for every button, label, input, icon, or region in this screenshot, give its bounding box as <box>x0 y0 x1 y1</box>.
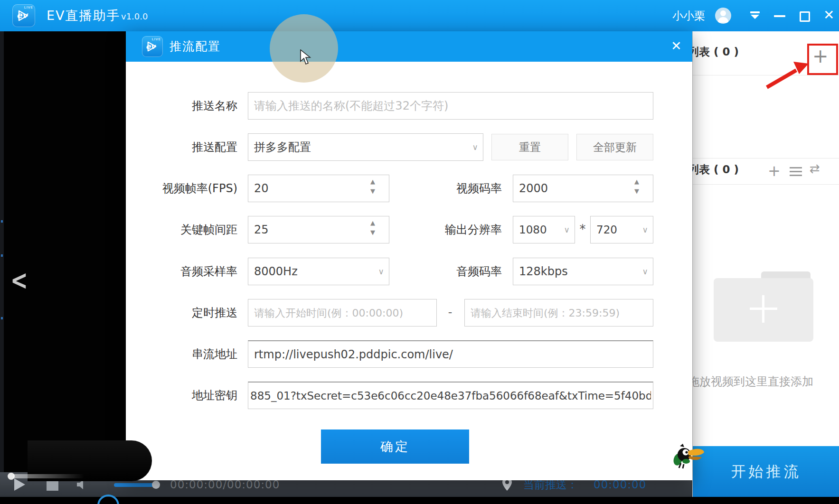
audio-bitrate-select[interactable]: 128kbps ∨ <box>513 258 653 285</box>
avatar-head <box>720 10 726 16</box>
push-config-dialog: ev LIVE 推流配置 ✕ 推送名称 推送配置 拼多多配置 ∨ 重置 全部更新… <box>126 31 692 480</box>
fps-input[interactable] <box>248 175 389 202</box>
annotation-highlight-box <box>807 44 838 75</box>
plus-icon <box>762 295 764 323</box>
dialog-title: 推流配置 <box>170 31 221 62</box>
dialog-logo: ev LIVE <box>142 36 163 57</box>
keyframe-stepper[interactable]: ▲ ▼ <box>370 220 375 235</box>
video-bitrate-stepper[interactable]: ▲ ▼ <box>634 178 639 194</box>
audio-sample-label: 音频采样率 <box>126 257 237 286</box>
push-list-header: 列表 ( 0 ) <box>688 45 739 59</box>
keyframe-label: 关键帧间距 <box>126 215 237 244</box>
divider <box>693 158 839 159</box>
update-all-button[interactable]: 全部更新 <box>576 134 653 160</box>
app-logo: ev LIVE <box>12 4 35 27</box>
audio-sample-row: 音频采样率 8000Hz ∨ 音频码率 128kbps ∨ <box>126 257 692 286</box>
desktop-sliver <box>0 31 4 504</box>
resolution-width-select[interactable]: 1080 ∨ <box>513 216 575 243</box>
schedule-start-input[interactable] <box>248 299 437 327</box>
desktop-sliver-dot <box>1 317 3 319</box>
fps-row: 视频帧率(FPS) ▲ ▼ 视频码率 ▲ ▼ <box>126 174 692 203</box>
app-logo-text: ev <box>17 10 28 20</box>
chevron-down-icon: ∨ <box>378 258 384 285</box>
collapse-panel-chevron-icon[interactable]: < <box>10 264 28 295</box>
push-config-value: 拼多多配置 <box>254 140 311 154</box>
start-stream-button[interactable]: 开始推流 <box>693 446 839 497</box>
arrow-up-icon[interactable]: ▲ <box>634 178 639 185</box>
push-config-row: 推送配置 拼多多配置 ∨ 重置 全部更新 <box>126 133 692 161</box>
maximize-button[interactable] <box>800 11 810 22</box>
arrow-down-icon[interactable]: ▼ <box>370 188 375 194</box>
keyframe-row: 关键帧间距 ▲ ▼ 输出分辨率 1080 ∨ * 720 ∨ <box>126 215 692 244</box>
play-icon[interactable] <box>14 478 25 491</box>
audio-sample-select[interactable]: 8000Hz ∨ <box>248 258 389 285</box>
desktop-sliver-dot <box>1 220 3 223</box>
schedule-separator: - <box>443 299 457 327</box>
minimize-button[interactable] <box>774 15 785 17</box>
close-window-button[interactable]: ✕ <box>823 0 834 31</box>
arrow-down-icon[interactable]: ▼ <box>370 229 375 235</box>
add-video-dropzone[interactable] <box>714 271 813 342</box>
add-video-icon[interactable]: + <box>768 163 781 178</box>
resolution-separator: * <box>576 215 589 244</box>
seek-streak <box>13 474 85 478</box>
schedule-label: 定时推送 <box>126 299 237 327</box>
push-config-select[interactable]: 拼多多配置 ∨ <box>248 133 483 161</box>
audio-bitrate-label: 音频码率 <box>390 257 502 286</box>
stream-key-input[interactable] <box>248 382 653 409</box>
app-window: < 00:00:00/00:00:00 当前推送： 00:00:00 列表 ( … <box>0 0 839 504</box>
mascot-bird-icon <box>673 443 706 469</box>
chevron-down-icon: ∨ <box>472 134 478 160</box>
annotation-arrow <box>764 60 809 89</box>
video-preview-area: < <box>4 31 126 472</box>
resolution-width-value: 1080 <box>519 224 547 236</box>
desktop-sliver-dot <box>1 254 3 257</box>
username[interactable]: 小小栗 <box>672 0 705 31</box>
dialog-logo-text: ev <box>146 42 155 51</box>
stream-url-label: 串流地址 <box>126 340 237 368</box>
schedule-end-input[interactable] <box>464 299 653 327</box>
reset-button[interactable]: 重置 <box>491 134 568 160</box>
dialog-header: ev LIVE 推流配置 ✕ <box>126 31 692 62</box>
stream-key-row: 地址密钥 <box>126 381 692 410</box>
video-bitrate-input[interactable] <box>513 175 653 202</box>
audio-bitrate-value: 128kbps <box>519 265 568 278</box>
avatar[interactable] <box>715 8 731 24</box>
push-name-label: 推送名称 <box>126 92 237 120</box>
stream-key-label: 地址密钥 <box>126 381 237 410</box>
stream-url-input[interactable] <box>248 340 653 368</box>
divider <box>693 184 839 185</box>
dialog-close-button[interactable]: ✕ <box>671 31 682 62</box>
fps-stepper[interactable]: ▲ ▼ <box>370 178 375 194</box>
video-list-header: 列表 ( 0 ) <box>688 162 739 177</box>
arrow-down-icon[interactable]: ▼ <box>634 188 639 194</box>
fps-label: 视频帧率(FPS) <box>126 174 237 203</box>
audio-sample-value: 8000Hz <box>254 265 298 278</box>
arrow-up-icon[interactable]: ▲ <box>370 178 375 185</box>
resolution-height-value: 720 <box>596 224 617 236</box>
cursor-highlight <box>270 14 338 83</box>
push-config-label: 推送配置 <box>126 133 237 161</box>
bottom-strip <box>0 497 839 504</box>
keyframe-input[interactable] <box>248 216 389 243</box>
push-name-row: 推送名称 <box>126 92 692 120</box>
arrow-up-icon[interactable]: ▲ <box>370 220 375 226</box>
dropzone-hint-text: 拖放视频到这里直接添加 <box>688 374 813 389</box>
tray-dropdown-icon[interactable] <box>749 11 761 20</box>
mouse-cursor <box>300 49 312 65</box>
app-version: v1.0.0 <box>121 0 148 31</box>
loop-mode-icon[interactable]: ⇄ <box>810 161 820 176</box>
video-bitrate-label: 视频码率 <box>390 174 502 203</box>
volume-slider-knob[interactable] <box>152 481 160 489</box>
resolution-label: 输出分辨率 <box>390 215 502 244</box>
chevron-down-icon: ∨ <box>642 216 648 243</box>
right-sidebar: 列表 ( 0 ) + 列表 ( 0 ) + ⇄ 拖放视频到这里直接添加 开始推流 <box>692 31 839 504</box>
chevron-down-icon: ∨ <box>564 216 570 243</box>
resolution-height-select[interactable]: 720 ∨ <box>590 216 653 243</box>
avatar-body <box>718 17 728 23</box>
confirm-button[interactable]: 确定 <box>321 429 469 464</box>
push-name-input[interactable] <box>248 92 653 120</box>
playlist-icon[interactable] <box>790 167 802 177</box>
dialog-logo-badge: LIVE <box>152 37 161 41</box>
volume-slider[interactable] <box>114 483 155 487</box>
